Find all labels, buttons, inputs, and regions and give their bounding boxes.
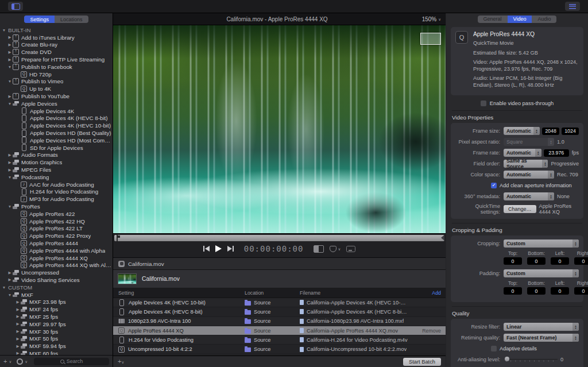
- cropping-field-value[interactable]: 0: [551, 257, 569, 265]
- start-batch-button[interactable]: Start Batch: [403, 358, 441, 366]
- tab-audio[interactable]: Audio: [532, 16, 556, 23]
- remove-output-link[interactable]: Remove: [408, 328, 446, 334]
- frame-width-field[interactable]: 2048: [542, 128, 559, 135]
- disclosure-triangle[interactable]: ▶: [15, 329, 21, 334]
- marker-menu-button[interactable]: ∨: [330, 246, 341, 252]
- tree-item[interactable]: ▶Uncompressed: [7, 269, 113, 276]
- frame-rate-field[interactable]: 23.976: [544, 149, 569, 157]
- disclosure-triangle[interactable]: ▶: [7, 35, 13, 40]
- batch-row[interactable]: H.264 for Video PodcastingSourceCaliforn…: [113, 335, 446, 345]
- disclosure-triangle[interactable]: ▶: [7, 168, 13, 172]
- tree-item[interactable]: HD 720p: [15, 71, 113, 78]
- disclosure-triangle[interactable]: ▼: [1, 28, 7, 32]
- cropping-field-value[interactable]: 0: [504, 257, 522, 265]
- retiming-popup[interactable]: Fast (Nearest Frame)▴▾: [504, 334, 579, 342]
- padding-popup[interactable]: Custom▴▾: [504, 269, 579, 277]
- tree-item[interactable]: Apple Devices HD (Best Quality): [15, 129, 113, 137]
- tree-item[interactable]: Apple ProRes 4444: [15, 239, 113, 247]
- tree-item[interactable]: Apple ProRes 4444 XQ with Alpha: [15, 262, 113, 269]
- disclosure-triangle[interactable]: ▶: [7, 271, 13, 275]
- tree-item[interactable]: ▼ProRes: [7, 203, 113, 210]
- disclosure-triangle[interactable]: ▶: [7, 50, 13, 55]
- tree-item[interactable]: ▶Create DVD: [7, 48, 113, 56]
- batch-row[interactable]: Apple Devices 4K (HEVC 10-bit)SourceCali…: [113, 298, 446, 307]
- padding-field-value[interactable]: 0: [574, 287, 588, 295]
- disclosure-triangle[interactable]: ▶: [7, 43, 13, 47]
- play-button[interactable]: [215, 245, 222, 252]
- tree-item[interactable]: Apple ProRes 422 LT: [15, 225, 113, 233]
- tree-item[interactable]: ▼MXF: [7, 291, 113, 299]
- color-space-popup[interactable]: Automatic▴▾: [504, 171, 554, 179]
- split-view-icon[interactable]: [314, 245, 324, 253]
- tree-item[interactable]: ▶MXF 59.94 fps: [15, 342, 113, 350]
- tree-item[interactable]: Apple Devices 4K (HEVC 8-bit): [15, 115, 113, 122]
- clean-aperture-checkbox[interactable]: [491, 183, 497, 188]
- tree-item[interactable]: AAC for Audio Podcasting: [15, 181, 113, 188]
- tree-item[interactable]: ▼CUSTOM: [1, 284, 113, 291]
- tree-item[interactable]: ▶Prepare for HTTP Live Streaming: [7, 56, 113, 63]
- scrubber-bar[interactable]: [114, 235, 444, 241]
- tree-item[interactable]: ▼Publish to Vimeo: [7, 78, 113, 86]
- job-header[interactable]: California.mov: [113, 270, 446, 288]
- disclosure-triangle[interactable]: ▼: [7, 293, 13, 297]
- disclosure-triangle[interactable]: ▶: [7, 277, 13, 282]
- disclosure-triangle[interactable]: ▶: [7, 57, 13, 62]
- tree-item[interactable]: Apple ProRes 422 Proxy: [15, 232, 113, 239]
- tab-video[interactable]: Video: [508, 16, 532, 23]
- tab-locations[interactable]: Locations: [55, 16, 88, 23]
- tree-item[interactable]: ▶Publish to YouTube: [7, 92, 113, 100]
- video-viewport[interactable]: [113, 25, 446, 233]
- batch-row[interactable]: Apple ProRes 4444 XQSourceCalifornia-App…: [113, 326, 446, 335]
- disclosure-triangle[interactable]: ▶: [7, 94, 13, 99]
- disclosure-triangle[interactable]: ▶: [15, 314, 21, 319]
- tree-item[interactable]: ▶Add to iTunes Library: [7, 34, 113, 41]
- frame-rate-popup[interactable]: Automatic▴▾: [504, 149, 541, 157]
- disclosure-triangle[interactable]: ▶: [15, 322, 21, 326]
- disclosure-triangle[interactable]: ▼: [7, 204, 13, 208]
- tree-item[interactable]: H.264 for Video Podcasting: [15, 188, 113, 196]
- tree-item[interactable]: ▶MXF 50 fps: [15, 335, 113, 342]
- cropping-popup[interactable]: Custom▴▾: [504, 239, 579, 248]
- padding-field-value[interactable]: 0: [504, 287, 522, 295]
- tab-settings[interactable]: Settings: [24, 16, 55, 23]
- tree-item[interactable]: ▶MXF 29.97 fps: [15, 320, 113, 328]
- batch-row[interactable]: 1080p23.98 AVC-Intra 100SourceCalifornia…: [113, 317, 446, 326]
- tree-item[interactable]: ▶MXF 60 fps: [15, 350, 113, 355]
- metadata360-popup[interactable]: Automatic▴▾: [504, 192, 554, 200]
- batch-row[interactable]: Uncompressed 10-bit 4:2:2SourceCaliforni…: [113, 345, 446, 354]
- playhead[interactable]: [117, 235, 118, 241]
- change-button[interactable]: Change…: [504, 205, 536, 213]
- tree-item[interactable]: Apple ProRes 422: [15, 210, 113, 218]
- frame-height-field[interactable]: 1024: [562, 128, 579, 135]
- tree-item[interactable]: ▶MXF 23.98 fps: [15, 298, 113, 306]
- zoom-navigator-overlay[interactable]: [420, 33, 441, 45]
- tree-item[interactable]: Apple Devices 4K (HEVC 10-bit): [15, 122, 113, 129]
- previous-frame-button[interactable]: [203, 246, 210, 252]
- osd-icon[interactable]: [346, 246, 355, 252]
- antialias-slider[interactable]: [505, 356, 558, 363]
- cropping-field-value[interactable]: 0: [527, 257, 546, 265]
- sidebar-toggle-button[interactable]: [8, 2, 23, 11]
- tree-item[interactable]: SD for Apple Devices: [15, 144, 113, 152]
- tree-item[interactable]: Apple Devices HD (Most Compatible): [15, 137, 113, 144]
- add-setting-button[interactable]: +: [3, 358, 7, 365]
- resize-filter-popup[interactable]: Linear▴▾: [504, 323, 579, 331]
- tree-item[interactable]: ▶Create Blu-ray: [7, 41, 113, 49]
- tree-item[interactable]: Up to 4K: [15, 85, 113, 92]
- zoom-control[interactable]: 150% ∨: [415, 16, 446, 22]
- tree-item[interactable]: Apple ProRes 4444 with Alpha: [15, 247, 113, 254]
- disclosure-triangle[interactable]: ▶: [15, 307, 21, 312]
- tree-item[interactable]: ▼Publish to Facebook: [7, 63, 113, 71]
- disclosure-triangle[interactable]: ▼: [1, 285, 7, 289]
- tree-item[interactable]: ▼Podcasting: [7, 173, 113, 181]
- tree-item[interactable]: ▶MXF 30 fps: [15, 328, 113, 335]
- tree-item[interactable]: Apple ProRes 422 HQ: [15, 218, 113, 225]
- tree-item[interactable]: ▼Apple Devices: [7, 100, 113, 107]
- next-frame-button[interactable]: [227, 246, 234, 252]
- frame-size-popup[interactable]: Automatic▴▾: [504, 127, 540, 135]
- padding-field-value[interactable]: 0: [551, 287, 569, 295]
- gear-icon[interactable]: [17, 358, 23, 365]
- batch-tab[interactable]: California.mov: [113, 257, 446, 270]
- tree-item[interactable]: MP3 for Audio Podcasting: [15, 195, 113, 203]
- disclosure-triangle[interactable]: ▶: [15, 300, 21, 304]
